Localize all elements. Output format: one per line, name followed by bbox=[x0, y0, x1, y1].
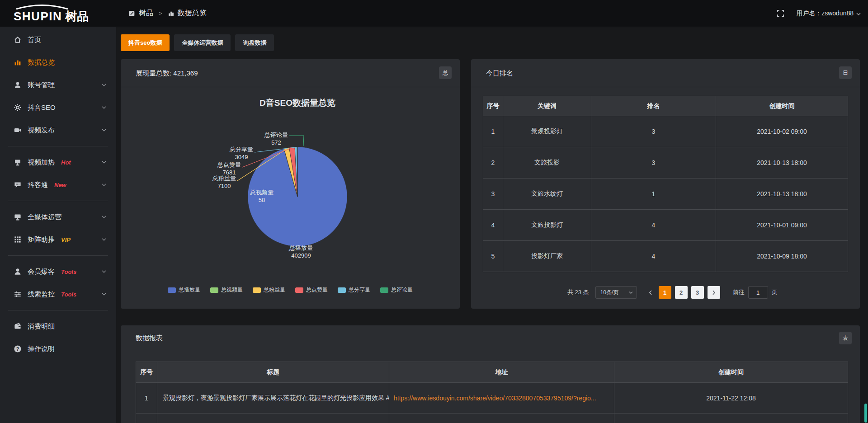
chevron-down-icon bbox=[101, 291, 107, 297]
total-badge-button[interactable]: 总 bbox=[439, 66, 452, 79]
sidebar-item-label: 线索监控 bbox=[28, 290, 55, 299]
page-button-3[interactable]: 3 bbox=[691, 286, 704, 299]
breadcrumb: 树品 > 数据总览 bbox=[128, 0, 207, 27]
sidebar-item-data-overview[interactable]: 数据总览 bbox=[0, 51, 116, 74]
sidebar-item-badge: Tools bbox=[61, 268, 76, 275]
sidebar-item-matrix-boost[interactable]: 矩阵助推VIP bbox=[0, 228, 116, 251]
cell: 2021-10-13 18:00 bbox=[716, 179, 848, 210]
pie-value-总点赞量: 7681 bbox=[223, 169, 236, 176]
table-header-row: 序号关键词排名创建时间 bbox=[483, 96, 848, 116]
pie-label-总分享量: 总分享量 bbox=[229, 146, 253, 153]
sidebar-item-video-heat[interactable]: 视频加热Hot bbox=[0, 151, 116, 174]
legend-label: 总粉丝量 bbox=[264, 286, 285, 294]
sidebar-divider bbox=[8, 201, 108, 201]
video-link[interactable]: https://www.iesdouyin.com/share/video/70… bbox=[389, 383, 614, 414]
page-buttons: 123 bbox=[659, 286, 708, 299]
breadcrumb-label: 数据总览 bbox=[178, 9, 207, 18]
sidebar-divider bbox=[8, 146, 108, 146]
cell: 4 bbox=[591, 210, 716, 241]
tab-0[interactable]: 抖音seo数据 bbox=[121, 34, 170, 51]
sidebar-item-label: 会员爆客 bbox=[28, 268, 55, 276]
report-panel-title: 数据报表 bbox=[136, 325, 163, 351]
cell: 5 bbox=[483, 241, 503, 272]
scrollbar-thumb[interactable] bbox=[864, 404, 867, 423]
pie-value-总分享量: 3049 bbox=[235, 154, 248, 160]
sidebar-item-douketong[interactable]: 抖客通New bbox=[0, 174, 116, 196]
cell: 景观投影灯 bbox=[503, 116, 591, 147]
video-title bbox=[157, 414, 389, 423]
pie-label-总播放量: 总播放量 bbox=[289, 244, 313, 251]
legend-item-总粉丝量[interactable]: 总粉丝量 bbox=[253, 286, 285, 294]
legend-label: 总播放量 bbox=[179, 286, 200, 294]
page-button-2[interactable]: 2 bbox=[675, 286, 688, 299]
sidebar-item-instructions[interactable]: ?操作说明 bbox=[0, 338, 116, 360]
legend-item-总点赞量[interactable]: 总点赞量 bbox=[295, 286, 328, 294]
legend-item-总评论量[interactable]: 总评论量 bbox=[380, 286, 413, 294]
fullscreen-icon[interactable] bbox=[777, 9, 784, 17]
sidebar-item-media-operation[interactable]: 全媒体运营 bbox=[0, 206, 116, 228]
column-header: 创建时间 bbox=[614, 362, 848, 383]
sidebar-item-account-management[interactable]: 账号管理 bbox=[0, 74, 116, 96]
sidebar-item-label: 全媒体运营 bbox=[28, 213, 61, 221]
sidebar-item-label: 抖客通 bbox=[28, 181, 48, 189]
sidebar-item-member-baoke[interactable]: 会员爆客Tools bbox=[0, 260, 116, 283]
app-root: SHUPIN 树品 树品 > 数据总览 bbox=[0, 0, 868, 423]
table-row bbox=[136, 414, 848, 423]
data-tabs: 抖音seo数据全媒体运营数据询盘数据 bbox=[121, 34, 274, 51]
goto-page-input[interactable] bbox=[748, 286, 768, 299]
breadcrumb-item-data-overview[interactable]: 数据总览 bbox=[168, 9, 207, 18]
prev-page-button[interactable] bbox=[645, 286, 656, 299]
shupin-logo[interactable]: SHUPIN 树品 bbox=[14, 4, 108, 24]
breadcrumb-item-shupin[interactable]: 树品 bbox=[128, 9, 153, 18]
sidebar-menu: 首页数据总览账号管理抖音SEO视频发布视频加热Hot抖客通New全媒体运营矩阵助… bbox=[0, 27, 116, 360]
column-header: 排名 bbox=[591, 96, 716, 116]
chevron-down-icon bbox=[101, 214, 107, 220]
sidebar-item-home[interactable]: 首页 bbox=[0, 28, 116, 51]
sidebar-item-clue-monitor[interactable]: 线索监控Tools bbox=[0, 283, 116, 306]
sidebar-item-consumption-detail[interactable]: 消费明细 bbox=[0, 315, 116, 338]
person-icon bbox=[14, 268, 22, 276]
user-menu[interactable]: 用户名：zswodun88 bbox=[796, 9, 861, 18]
sidebar-item-label: 首页 bbox=[28, 36, 41, 44]
table-row: 2文旅投影32021-10-13 18:00 bbox=[483, 147, 848, 179]
day-badge-button[interactable]: 日 bbox=[839, 66, 852, 79]
user-icon bbox=[14, 81, 22, 89]
page-size-value: 10条/页 bbox=[600, 289, 619, 296]
cell: 2021-10-13 18:00 bbox=[716, 147, 848, 179]
legend-item-总播放量[interactable]: 总播放量 bbox=[168, 286, 200, 294]
sidebar-divider bbox=[8, 255, 108, 256]
edit-square-icon bbox=[128, 10, 136, 17]
gear-icon bbox=[14, 103, 22, 112]
chevron-down-icon bbox=[101, 82, 107, 88]
legend-item-总视频量[interactable]: 总视频量 bbox=[210, 286, 243, 294]
legend-item-总分享量[interactable]: 总分享量 bbox=[338, 286, 370, 294]
cell: 3 bbox=[483, 179, 503, 210]
next-page-button[interactable] bbox=[708, 286, 720, 299]
monitor-icon bbox=[14, 213, 22, 221]
top-bar: SHUPIN 树品 树品 > 数据总览 bbox=[0, 0, 868, 27]
page-size-select[interactable]: 10条/页 bbox=[595, 286, 637, 299]
sidebar: 首页数据总览账号管理抖音SEO视频发布视频加热Hot抖客通New全媒体运营矩阵助… bbox=[0, 27, 116, 423]
tab-2[interactable]: 询盘数据 bbox=[235, 34, 274, 51]
cell: 1 bbox=[136, 383, 157, 414]
page-button-1[interactable]: 1 bbox=[659, 286, 671, 299]
cell: 1 bbox=[591, 179, 716, 210]
table-row: 1景观投影灯32021-10-02 09:00 bbox=[483, 116, 848, 147]
sidebar-divider bbox=[8, 310, 108, 310]
sidebar-item-douyin-seo[interactable]: 抖音SEO bbox=[0, 96, 116, 119]
sidebar-item-video-publish[interactable]: 视频发布 bbox=[0, 119, 116, 141]
sidebar-item-badge: VIP bbox=[61, 236, 71, 243]
table-header-row: 序号标题地址创建时间 bbox=[136, 362, 848, 383]
chevron-down-icon bbox=[101, 159, 107, 165]
tab-1[interactable]: 全媒体运营数据 bbox=[174, 34, 231, 51]
wallet-icon bbox=[14, 322, 22, 330]
cell bbox=[136, 414, 157, 423]
svg-text:?: ? bbox=[16, 346, 19, 352]
seo-data-pie-chart: D音SEO数据量总览总播放量402909总视频量58总粉丝量7100总点赞量76… bbox=[121, 87, 460, 286]
video-link[interactable] bbox=[389, 414, 614, 423]
pie-label-总评论量: 总评论量 bbox=[264, 132, 288, 138]
grid-icon bbox=[14, 235, 22, 244]
sidebar-item-label: 抖音SEO bbox=[28, 103, 56, 112]
ranking-panel-title: 今日排名 bbox=[486, 59, 513, 87]
table-badge-button[interactable]: 表 bbox=[839, 332, 852, 344]
